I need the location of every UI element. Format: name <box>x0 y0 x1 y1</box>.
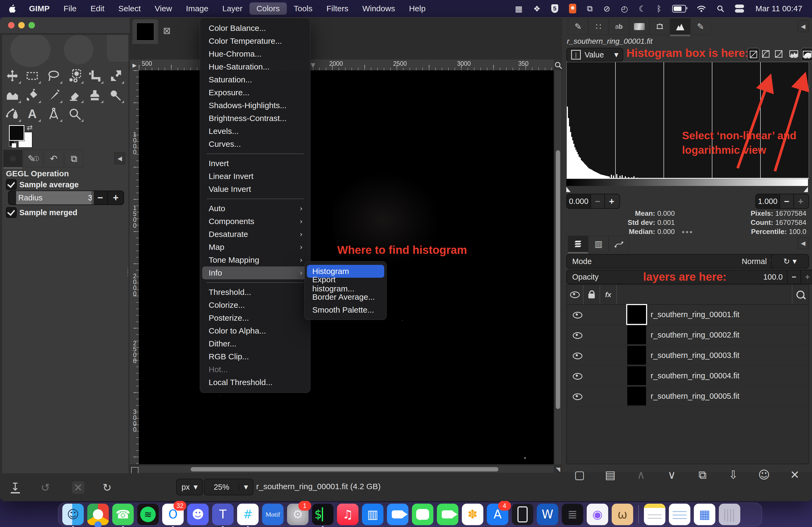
menu-item-levels[interactable]: Levels... <box>202 125 308 138</box>
tab-patterns[interactable]: ∷ <box>588 18 609 35</box>
bluetooth-icon[interactable]: ᛒ <box>656 4 661 13</box>
image-tab[interactable] <box>132 19 158 44</box>
dock-icon-messages[interactable] <box>412 504 433 525</box>
dock-icon-settings[interactable]: ⚙1 <box>287 504 308 525</box>
menu-item-colorize[interactable]: Colorize... <box>202 299 308 312</box>
layer-thumbnail[interactable] <box>627 387 646 405</box>
add-mask-button[interactable]: ☺ <box>755 468 773 481</box>
menu-item-linear-invert[interactable]: Linear Invert <box>202 170 308 183</box>
panel-resize-handle[interactable]: ⋮⋮ <box>125 268 128 276</box>
paths-tool[interactable] <box>3 105 22 123</box>
vertical-scrollbar[interactable] <box>555 70 561 464</box>
zoom-dropdown[interactable]: 25% ▼ <box>204 479 253 495</box>
wifi-icon[interactable] <box>697 5 706 12</box>
high-range-handle[interactable] <box>804 187 808 192</box>
menubar-item-windows[interactable]: Windows <box>355 2 402 15</box>
layer-mode-row[interactable]: Mode Normal ▼ <box>566 254 781 269</box>
high-value-spinner[interactable]: 1.000 − + <box>755 194 809 209</box>
ruler-zoom-icon[interactable] <box>554 61 562 70</box>
dock-icon-grid-doc[interactable]: ▦ <box>694 504 715 525</box>
eraser-tool[interactable] <box>65 86 85 104</box>
menubar-item-view[interactable]: View <box>148 2 179 15</box>
dock-icon-iphone-mirroring[interactable] <box>512 504 533 525</box>
dock-icon-mail[interactable]: O32 <box>162 504 184 525</box>
spotlight-search-icon[interactable] <box>717 5 724 12</box>
dock-icon-cat-app[interactable]: ω <box>612 504 633 525</box>
layer-row[interactable]: r_southern_ring_00001.fit <box>567 304 809 325</box>
minimize-window-button[interactable] <box>18 22 25 28</box>
dock-icon-photos[interactable]: ✽ <box>462 504 483 525</box>
unified-transform-tool[interactable] <box>106 67 125 85</box>
alttab-status-icon[interactable]: ⊘ <box>603 4 610 13</box>
menu-item-hue-saturation[interactable]: Hue-Saturation... <box>202 60 308 73</box>
low-value[interactable]: 0.000 <box>567 194 591 208</box>
menu-item-brightness-contrast[interactable]: Brightness-Contrast... <box>202 112 308 125</box>
menu-item-components[interactable]: Components› <box>202 215 308 228</box>
layers-collapse-icon[interactable]: ◀ <box>798 237 809 249</box>
plus-icon[interactable]: + <box>605 194 619 208</box>
menu-item-color-balance[interactable]: Color Balance... <box>202 22 308 35</box>
histogram-display[interactable] <box>566 62 809 179</box>
menubar-item-filters[interactable]: Filters <box>320 2 356 15</box>
dock-icon-chrome[interactable] <box>87 504 109 525</box>
duplicate-layer-button[interactable]: ⧉ <box>693 468 712 481</box>
tab-tool-presets[interactable]: ✎ⓘ <box>24 150 43 167</box>
low-value-spinner[interactable]: 0.000 − + <box>566 194 620 209</box>
tab-paths[interactable] <box>609 236 629 252</box>
menu-item-color-temperature[interactable]: Color Temperature... <box>202 35 308 47</box>
layer-name[interactable]: r_southern_ring_00005.fit <box>651 392 740 401</box>
merge-down-button[interactable]: ⇩ <box>724 468 743 481</box>
ruler-origin-button[interactable]: ▶ <box>130 60 139 71</box>
submenu-item-smooth-palette[interactable]: Smooth Palette... <box>307 303 384 316</box>
menubar-item-select[interactable]: Select <box>112 2 148 15</box>
layer-visibility-icon[interactable] <box>573 393 582 400</box>
control-center-icon[interactable] <box>735 4 744 13</box>
submenu-item-export-histogram[interactable]: Export histogram... <box>307 278 384 291</box>
opacity-decrease-button[interactable]: − <box>787 270 800 284</box>
menu-item-threshold[interactable]: Threshold... <box>202 286 308 299</box>
tab-brushes[interactable]: ✎ <box>568 18 588 35</box>
menubar-item-gimp[interactable]: GIMP <box>22 2 57 15</box>
free-select-tool[interactable] <box>44 67 63 85</box>
sample-average-checkbox[interactable] <box>6 179 17 190</box>
menubar-item-colors[interactable]: Colors <box>249 2 287 15</box>
tab-fonts[interactable]: ab <box>609 18 629 35</box>
menu-item-value-invert[interactable]: Value Invert <box>202 183 308 196</box>
dock-icon-notes[interactable] <box>644 504 665 525</box>
panel-drag-handle[interactable]: ••• <box>682 228 694 237</box>
lock-column-icon[interactable] <box>583 285 600 304</box>
menubar-item-layer[interactable]: Layer <box>215 2 249 15</box>
menu-item-info[interactable]: Info› <box>202 267 308 279</box>
menubar-item-edit[interactable]: Edit <box>84 2 112 15</box>
smudge-tool[interactable] <box>106 86 125 104</box>
dock-icon-appstore[interactable]: A4 <box>487 504 508 525</box>
tab-gradients[interactable] <box>629 18 650 35</box>
visibility-column-icon[interactable] <box>567 285 583 304</box>
tab-histogram[interactable] <box>670 18 690 36</box>
dock-icon-keynote[interactable]: ▥ <box>362 504 383 525</box>
zoom-tool[interactable] <box>65 105 85 123</box>
layer-thumbnail[interactable] <box>627 366 646 385</box>
menubar-item-file[interactable]: File <box>57 2 84 15</box>
dock-icon-discord[interactable]: ☻ <box>187 504 209 525</box>
warp-transform-tool[interactable] <box>3 86 22 104</box>
tab-brush-editor[interactable] <box>650 18 670 35</box>
rectangle-select-tool[interactable] <box>23 67 42 85</box>
menu-item-curves[interactable]: Curves... <box>202 138 308 151</box>
clone-tool[interactable] <box>85 86 104 104</box>
bucket-fill-tool[interactable] <box>23 86 42 104</box>
effects-column-icon[interactable]: fx <box>600 285 617 304</box>
minus-icon[interactable]: − <box>780 194 794 208</box>
menu-item-saturation[interactable]: Saturation... <box>202 73 308 86</box>
orange-app-status-icon[interactable] <box>569 4 576 13</box>
layer-row[interactable]: r_southern_ring_00005.fit <box>567 386 809 407</box>
dock-icon-facetime[interactable] <box>437 504 458 525</box>
layer-name[interactable]: r_southern_ring_00003.fit <box>651 351 740 360</box>
layer-thumbnail[interactable] <box>627 326 646 344</box>
stats-shield-icon[interactable]: 5 <box>551 4 558 13</box>
layer-row[interactable]: r_southern_ring_00004.fit <box>567 365 809 386</box>
tab-layers[interactable] <box>568 236 588 254</box>
paintbrush-tool[interactable] <box>44 86 63 104</box>
minus-icon[interactable]: − <box>591 194 605 208</box>
zoom-window-button[interactable] <box>28 22 35 28</box>
